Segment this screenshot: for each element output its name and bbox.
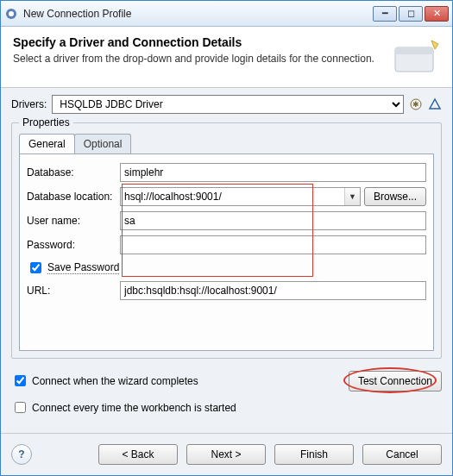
drivers-label: Drivers:: [11, 98, 47, 110]
svg-text:✱: ✱: [412, 100, 419, 109]
tab-general-body: Database: Database location: ▼ Browse...…: [19, 153, 434, 351]
lower-area: Connect when the wizard completes Test C…: [11, 359, 442, 426]
new-driver-icon[interactable]: ✱: [409, 97, 423, 111]
username-input[interactable]: [120, 211, 426, 230]
save-password-checkbox[interactable]: [30, 262, 41, 273]
window-controls: ━ ◻ ✕: [373, 6, 449, 22]
url-label: URL:: [27, 285, 120, 297]
header-logo-icon: [390, 35, 440, 78]
tab-strip: General Optional: [19, 134, 434, 153]
window-title: New Connection Profile: [23, 8, 373, 20]
dialog-footer: ? < Back Next > Finish Cancel: [1, 437, 452, 475]
cancel-button[interactable]: Cancel: [362, 444, 442, 465]
clear-driver-icon[interactable]: [428, 97, 442, 111]
save-password-label: Save Password: [47, 261, 119, 274]
minimize-button[interactable]: ━: [373, 6, 397, 22]
dblocation-input[interactable]: [121, 188, 344, 205]
username-label: User name:: [27, 215, 120, 227]
title-bar: New Connection Profile ━ ◻ ✕: [1, 1, 452, 27]
tab-optional[interactable]: Optional: [74, 134, 132, 153]
svg-marker-7: [430, 99, 440, 109]
url-input[interactable]: [120, 281, 426, 300]
header-title: Specify a Driver and Connection Details: [13, 35, 390, 49]
browse-button[interactable]: Browse...: [364, 187, 426, 206]
password-input[interactable]: [120, 235, 426, 254]
dialog-header: Specify a Driver and Connection Details …: [1, 27, 452, 88]
dialog-body: Drivers: HSQLDB JDBC Driver ✱ Properties…: [1, 88, 452, 429]
test-connection-button[interactable]: Test Connection: [349, 371, 442, 391]
header-subtitle: Select a driver from the drop-down and p…: [13, 53, 390, 65]
dialog-window: New Connection Profile ━ ◻ ✕ Specify a D…: [0, 0, 453, 476]
app-icon: [4, 7, 18, 21]
connect-complete-checkbox[interactable]: [15, 375, 26, 386]
drivers-row: Drivers: HSQLDB JDBC Driver ✱: [11, 95, 442, 114]
connect-start-label: Connect every time the workbench is star…: [32, 402, 236, 414]
database-label: Database:: [27, 166, 120, 178]
svg-point-1: [9, 11, 14, 16]
maximize-button[interactable]: ◻: [399, 6, 423, 22]
drivers-select[interactable]: HSQLDB JDBC Driver: [52, 95, 404, 114]
next-button[interactable]: Next >: [186, 444, 266, 465]
finish-button[interactable]: Finish: [274, 444, 354, 465]
database-input[interactable]: [120, 163, 426, 182]
connect-start-checkbox[interactable]: [15, 402, 26, 413]
back-button[interactable]: < Back: [98, 444, 178, 465]
help-button[interactable]: ?: [11, 444, 32, 465]
properties-group-title: Properties: [19, 116, 73, 128]
tab-general[interactable]: General: [19, 134, 75, 153]
dblocation-combo[interactable]: ▼: [120, 187, 361, 206]
connect-complete-label: Connect when the wizard completes: [32, 375, 198, 387]
dblocation-label: Database location:: [27, 191, 120, 203]
svg-rect-3: [395, 47, 433, 54]
separator: [1, 433, 452, 434]
close-button[interactable]: ✕: [425, 6, 449, 22]
properties-group: Properties General Optional Database: Da…: [11, 122, 442, 359]
chevron-down-icon[interactable]: ▼: [344, 188, 360, 205]
password-label: Password:: [27, 239, 120, 251]
